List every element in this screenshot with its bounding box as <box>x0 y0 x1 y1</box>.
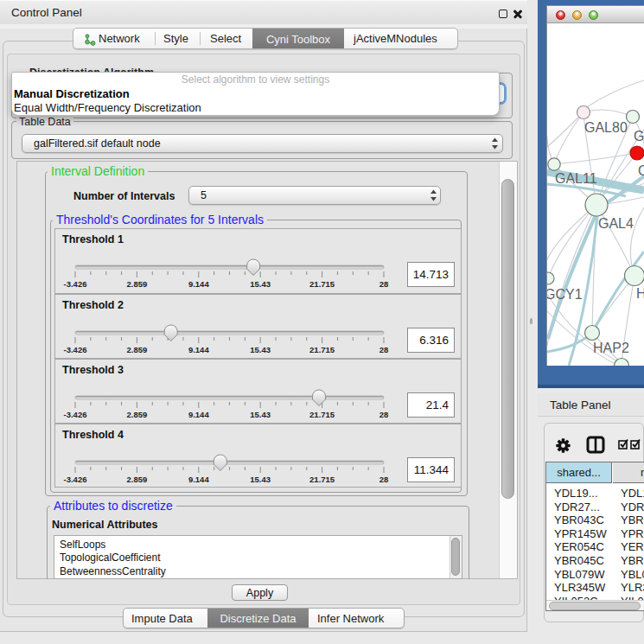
svg-text:HAP2: HAP2 <box>593 341 629 355</box>
svg-text:GA: GA <box>634 129 644 143</box>
svg-text:GAL80: GAL80 <box>584 120 628 135</box>
svg-text:CY: CY <box>638 163 644 178</box>
svg-text:GAL4: GAL4 <box>598 216 634 231</box>
svg-text:GAL11: GAL11 <box>555 171 597 186</box>
svg-text:GCY1: GCY1 <box>547 287 583 302</box>
svg-text:HI: HI <box>636 286 644 301</box>
